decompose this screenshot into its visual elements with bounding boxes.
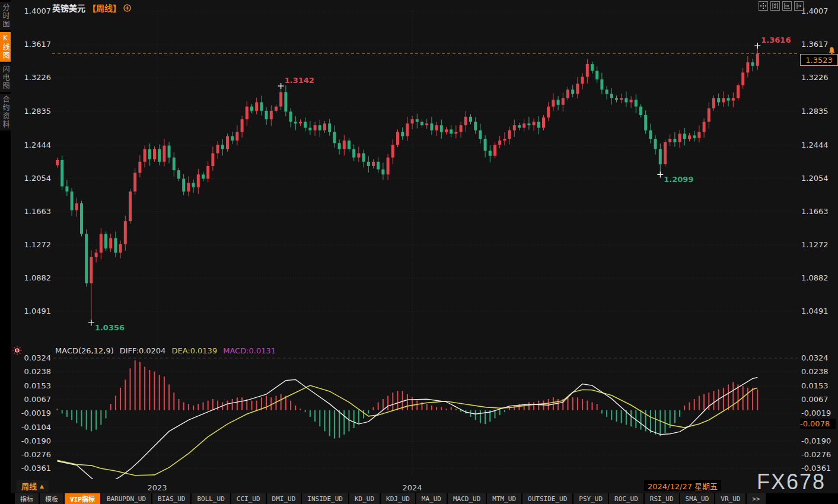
axis-tick: 1.2444 — [801, 141, 829, 149]
trading-app: 1.03561.31421.20991.3616 分时图K线图闪电图合约资料 英… — [0, 0, 838, 504]
axis-tick: -0.0019 — [801, 409, 831, 417]
chart-header: 英镑美元 【周线】 — [52, 2, 131, 13]
toolbar-tab-vip-[interactable]: VIP指标 — [65, 493, 100, 504]
toolbar-tab-psy-ud[interactable]: PSY_UD — [573, 493, 608, 504]
date-text: 2024/12/27 星期五 — [648, 480, 718, 492]
axis-tick: -0.0190 — [801, 437, 831, 445]
toolbar-tab-bias-ud[interactable]: BIAS_UD — [152, 493, 190, 504]
symbol-title: 英镑美元 — [52, 2, 85, 14]
toolbar-tab-roc-ud[interactable]: ROC_UD — [609, 493, 643, 504]
indicator-toolbar: 指标模板VIP指标BARUPDN_UDBIAS_UDBOLL_UDCCI_UDD… — [0, 493, 838, 504]
axis-tick: 1.4007 — [801, 7, 829, 15]
axis-tick: 0.0238 — [801, 368, 829, 376]
date-label: 2024/12/27 星期五 — [644, 480, 721, 491]
chart-canvas[interactable]: 1.03561.31421.20991.3616 — [0, 0, 838, 504]
candles — [56, 46, 759, 323]
axis-tick: 1.1663 — [18, 208, 51, 216]
axis-tick: 1.3226 — [801, 74, 829, 82]
toolbar-tab-barupdn-ud[interactable]: BARUPDN_UD — [101, 493, 151, 504]
toolbar-tab--[interactable]: 指标 — [15, 493, 39, 504]
svg-text:1.0356: 1.0356 — [95, 323, 125, 332]
toolbar-tab-ma-ud[interactable]: MA_UD — [416, 493, 447, 504]
svg-text:1.2099: 1.2099 — [664, 175, 693, 184]
jump-latest-icon[interactable] — [794, 1, 804, 11]
axis-tick: -0.0104 — [18, 423, 51, 432]
diff-line — [58, 378, 758, 483]
axis-tick: 1.0882 — [18, 274, 51, 282]
current-price-value: 1.3523 — [805, 56, 833, 65]
axis-tick: 0.0153 — [18, 382, 51, 390]
axis-tick: 1.2444 — [18, 141, 51, 149]
axis-tick: 1.2054 — [801, 174, 829, 183]
fit-horizontal-icon[interactable] — [782, 1, 792, 11]
svg-text:1.3142: 1.3142 — [285, 76, 314, 85]
red-burst-icon[interactable] — [12, 346, 22, 355]
rail-tab-2[interactable]: K线图 — [0, 32, 11, 62]
svg-text:1.3616: 1.3616 — [761, 36, 791, 44]
toolbar-tab-macd-ud[interactable]: MACD_UD — [448, 493, 486, 504]
axis-tick: 1.1663 — [801, 208, 829, 216]
toolbar-tab-mtm-ud[interactable]: MTM_UD — [487, 493, 521, 504]
axis-tick: 1.1272 — [18, 241, 51, 249]
period-tag: 【周线】 — [88, 2, 121, 14]
toolbar-tab-rsi-ud[interactable]: RSI_UD — [645, 493, 679, 504]
toolbar-tab-vr-ud[interactable]: VR_UD — [715, 493, 745, 504]
toolbar-tab-cci-ud[interactable]: CCI_UD — [231, 493, 266, 504]
macd-pane — [58, 361, 758, 482]
axis-tick: 1.3226 — [18, 74, 51, 82]
toolbar-tab-boll-ud[interactable]: BOLL_UD — [192, 493, 230, 504]
axis-tick: 1.0491 — [18, 307, 51, 315]
circle-plus-icon[interactable] — [123, 4, 131, 12]
toolbar-tab-dmi-ud[interactable]: DMI_UD — [267, 493, 301, 504]
bell-icon[interactable] — [828, 47, 836, 55]
axis-tick: 1.2054 — [18, 174, 51, 183]
axis-tick: 1.3617 — [801, 40, 829, 49]
move-tool-icon[interactable] — [759, 1, 768, 11]
chart-type-rail: 分时图K线图闪电图合约资料 — [0, 0, 11, 493]
axis-tick: 0.0153 — [801, 382, 829, 390]
macd-dea-value: DEA:0.0139 — [171, 346, 217, 355]
axis-tick: 1.0491 — [801, 307, 829, 315]
current-price-chip[interactable]: 1.3523 — [800, 54, 838, 66]
macd-name: MACD(26,12,9) — [55, 346, 114, 355]
axis-tick: -0.0190 — [18, 437, 51, 445]
rail-tab-4[interactable]: 合约资料 — [0, 94, 11, 130]
macd-diff-value: DIFF:0.0204 — [120, 346, 166, 355]
triangle-up-icon: ▲ — [40, 483, 44, 489]
axis-tick: 0.0067 — [18, 395, 51, 404]
axis-tick: 0.0067 — [801, 395, 829, 404]
time-tick-2024: 2024 — [394, 483, 430, 492]
period-selector[interactable]: 周线 ▲ — [17, 480, 49, 492]
axis-tick: 1.4007 — [18, 7, 51, 15]
macd-header: MACD(26,12,9) DIFF:0.0204 DEA:0.0139 MAC… — [55, 346, 276, 355]
axis-tick: 1.1272 — [801, 241, 829, 249]
rail-tab-1[interactable]: 分时图 — [0, 2, 11, 30]
toolbar-tab-kdj-ud[interactable]: KDJ_UD — [381, 493, 415, 504]
toolbar-tab-inside-ud[interactable]: INSIDE_UD — [302, 493, 348, 504]
axis-tick: 1.3617 — [18, 40, 51, 49]
axis-tick: -0.0361 — [18, 464, 51, 473]
time-tick-2023: 2023 — [139, 483, 175, 492]
axis-tick: 0.0324 — [18, 354, 51, 362]
period-label: 周线 — [21, 480, 37, 492]
toolbar-tab-kd-ud[interactable]: KD_UD — [349, 493, 380, 504]
axis-tick: 1.0882 — [801, 274, 829, 282]
watermark: FX678 — [757, 470, 826, 495]
chart-toolbuttons — [759, 1, 804, 11]
axis-tick: 1.2835 — [801, 107, 829, 116]
axis-tick: 0.0324 — [801, 354, 829, 362]
toolbar-tab-sma-ud[interactable]: SMA_UD — [680, 493, 715, 504]
fit-vertical-icon[interactable] — [770, 1, 780, 11]
rail-tab-3[interactable]: 闪电图 — [0, 63, 11, 92]
macd-macd-value: MACD:0.0131 — [223, 346, 276, 355]
toolbar-tab-outside-ud[interactable]: OUTSIDE_UD — [522, 493, 572, 504]
macd-current-chip: -0.0078 — [800, 419, 836, 429]
axis-tick: -0.0276 — [18, 451, 51, 459]
macd-current-value: -0.0078 — [800, 419, 830, 428]
toolbar-tab--[interactable]: >> — [747, 493, 765, 504]
toolbar-tab--[interactable]: 模板 — [40, 493, 63, 504]
axis-tick: 1.2835 — [18, 107, 51, 116]
axis-tick: -0.0019 — [18, 409, 51, 417]
axis-tick: -0.0276 — [801, 451, 831, 459]
axis-tick: 0.0238 — [18, 368, 51, 376]
